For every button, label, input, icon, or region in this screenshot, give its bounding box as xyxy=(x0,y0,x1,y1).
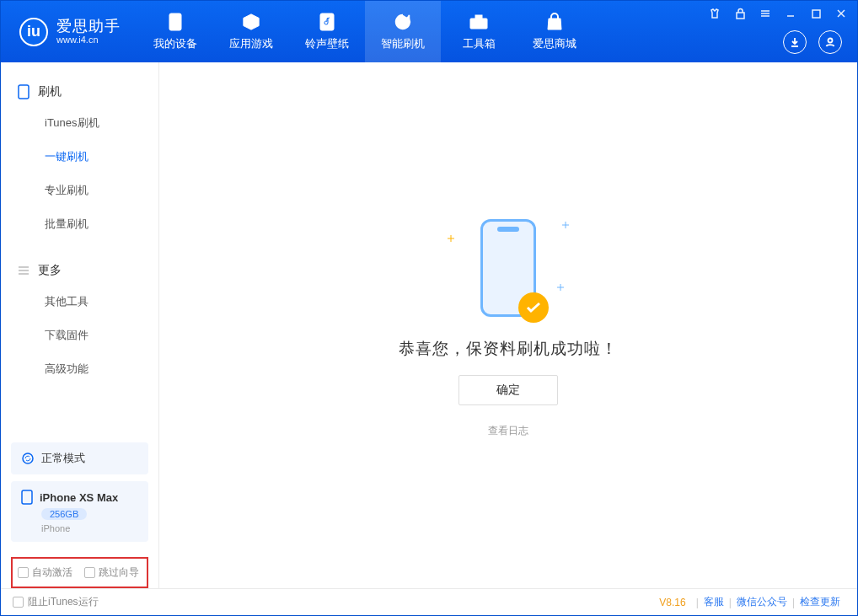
sparkle-icon xyxy=(557,284,564,291)
top-nav: 我的设备 应用游戏 铃声壁纸 智能刷机 工具箱 爱思商城 xyxy=(137,1,593,62)
tab-smart-flash[interactable]: 智能刷机 xyxy=(365,1,441,62)
sidebar-item-advanced[interactable]: 高级功能 xyxy=(1,352,158,386)
app-logo-icon: iu xyxy=(19,18,48,46)
tab-toolbox[interactable]: 工具箱 xyxy=(441,1,517,62)
sidebar-item-batch-flash[interactable]: 批量刷机 xyxy=(1,207,158,241)
download-button[interactable] xyxy=(783,30,807,54)
tab-apps-games[interactable]: 应用游戏 xyxy=(213,1,289,62)
bag-icon xyxy=(544,12,565,32)
device-type: iPhone xyxy=(41,523,70,533)
account-button[interactable] xyxy=(818,30,842,54)
tab-my-device[interactable]: 我的设备 xyxy=(137,1,213,62)
options-highlight-box: 自动激活 跳过向导 xyxy=(11,557,148,588)
checkbox-icon xyxy=(13,597,24,608)
svg-rect-2 xyxy=(470,19,487,29)
mode-label: 正常模式 xyxy=(41,451,85,466)
separator: | xyxy=(729,597,732,608)
svg-point-8 xyxy=(23,453,33,463)
check-update-link[interactable]: 检查更新 xyxy=(800,595,840,609)
header-round-buttons xyxy=(783,30,842,54)
device-storage-pill: 256GB xyxy=(41,508,87,520)
svg-point-4 xyxy=(829,39,833,43)
tab-label: 我的设备 xyxy=(153,36,197,51)
tab-label: 爱思商城 xyxy=(533,36,576,51)
separator: | xyxy=(792,597,795,608)
music-file-icon xyxy=(317,12,337,32)
svg-rect-9 xyxy=(22,490,32,504)
tab-label: 铃声壁纸 xyxy=(305,36,349,51)
main-content: 恭喜您，保资料刷机成功啦！ 确定 查看日志 xyxy=(159,62,857,588)
device-name: iPhone XS Max xyxy=(40,491,118,504)
checkbox-icon xyxy=(84,567,95,578)
refresh-shield-icon xyxy=(393,12,413,32)
list-icon xyxy=(18,265,29,276)
svg-rect-6 xyxy=(812,10,820,18)
tab-label: 工具箱 xyxy=(463,36,496,51)
close-button[interactable] xyxy=(834,6,849,21)
checkbox-label: 跳过向导 xyxy=(99,565,139,580)
tablet-icon xyxy=(18,84,29,99)
sparkle-icon xyxy=(562,222,569,228)
brand: iu 爱思助手 www.i4.cn xyxy=(1,18,137,46)
phone-icon xyxy=(21,490,33,505)
menu-icon[interactable] xyxy=(758,6,773,21)
block-itunes-checkbox[interactable]: 阻止iTunes运行 xyxy=(13,595,99,609)
maximize-button[interactable] xyxy=(808,6,823,21)
device-info-card[interactable]: iPhone XS Max 256GB iPhone xyxy=(11,481,148,542)
view-log-link[interactable]: 查看日志 xyxy=(488,424,528,438)
tab-ringtone-wallpaper[interactable]: 铃声壁纸 xyxy=(289,1,365,62)
svg-rect-1 xyxy=(320,13,334,30)
auto-activate-checkbox[interactable]: 自动激活 xyxy=(18,565,72,580)
checkbox-label: 自动激活 xyxy=(32,565,72,580)
tab-store[interactable]: 爱思商城 xyxy=(517,1,593,62)
separator: | xyxy=(696,597,699,608)
toolbox-icon xyxy=(469,12,489,32)
status-bar: 阻止iTunes运行 V8.16 | 客服 | 微信公众号 | 检查更新 xyxy=(1,588,857,615)
shirt-icon[interactable] xyxy=(707,6,722,21)
success-message: 恭喜您，保资料刷机成功啦！ xyxy=(399,338,618,360)
sparkle-icon xyxy=(448,235,454,242)
group-label: 更多 xyxy=(38,263,62,278)
sidebar-item-download-firmware[interactable]: 下载固件 xyxy=(1,319,158,352)
sidebar-group-more[interactable]: 更多 xyxy=(1,256,158,285)
sidebar-group-flash[interactable]: 刷机 xyxy=(1,78,158,106)
tab-label: 智能刷机 xyxy=(381,36,425,51)
checkmark-badge-icon xyxy=(518,292,549,323)
group-label: 刷机 xyxy=(38,84,62,99)
svg-rect-0 xyxy=(169,13,181,30)
skip-guide-checkbox[interactable]: 跳过向导 xyxy=(84,565,139,580)
minimize-button[interactable] xyxy=(783,6,798,21)
ok-button[interactable]: 确定 xyxy=(458,375,558,405)
cube-icon xyxy=(241,12,261,32)
svg-rect-5 xyxy=(737,13,744,19)
support-link[interactable]: 客服 xyxy=(704,595,724,609)
checkbox-label: 阻止iTunes运行 xyxy=(28,595,99,609)
sidebar-item-pro-flash[interactable]: 专业刷机 xyxy=(1,174,158,207)
title-bar: iu 爱思助手 www.i4.cn 我的设备 应用游戏 铃声壁纸 智能刷机 工具… xyxy=(1,1,857,62)
brand-subtitle: www.i4.cn xyxy=(56,35,121,45)
lock-icon[interactable] xyxy=(732,6,748,21)
brand-title: 爱思助手 xyxy=(56,19,121,35)
device-mode-card[interactable]: 正常模式 xyxy=(11,442,148,474)
window-controls xyxy=(707,6,849,21)
checkbox-icon xyxy=(18,567,29,578)
phone-icon xyxy=(165,12,185,32)
sidebar-item-itunes-flash[interactable]: iTunes刷机 xyxy=(1,106,158,140)
sidebar-item-other-tools[interactable]: 其他工具 xyxy=(1,285,158,319)
tab-label: 应用游戏 xyxy=(229,36,273,51)
success-illustration xyxy=(432,213,584,323)
version-label: V8.16 xyxy=(659,597,685,608)
sidebar: 刷机 iTunes刷机 一键刷机 专业刷机 批量刷机 更多 其他工具 下载固件 … xyxy=(1,62,159,588)
sidebar-item-oneclick-flash[interactable]: 一键刷机 xyxy=(1,140,158,174)
sync-icon xyxy=(21,452,35,465)
svg-rect-7 xyxy=(19,85,29,99)
svg-rect-3 xyxy=(475,15,482,19)
wechat-link[interactable]: 微信公众号 xyxy=(737,595,787,609)
